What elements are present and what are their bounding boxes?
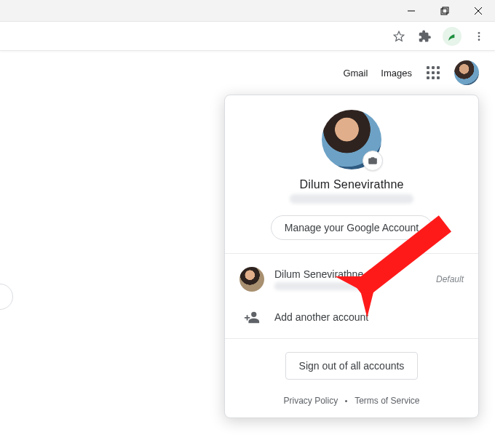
signout-all-button[interactable]: Sign out of all accounts: [285, 352, 419, 380]
browser-menu-button[interactable]: [470, 28, 488, 45]
privacy-link[interactable]: Privacy Policy: [283, 396, 338, 406]
close-button[interactable]: [462, 0, 495, 22]
close-icon: [474, 7, 483, 15]
camera-icon: [368, 156, 378, 166]
bookmark-button[interactable]: [390, 28, 408, 45]
change-photo-button[interactable]: [363, 151, 383, 171]
account-name: Dilum Senevirathne: [299, 178, 403, 191]
terms-link[interactable]: Terms of Service: [355, 396, 419, 406]
account-avatar-button[interactable]: [454, 60, 479, 85]
separator-dot: [345, 400, 347, 402]
maximize-button[interactable]: [428, 0, 462, 22]
svg-rect-2: [443, 7, 448, 13]
person-add-icon: [239, 309, 264, 325]
page-header: Gmail Images: [0, 51, 495, 95]
account-email-blurred: [290, 194, 413, 204]
apps-button[interactable]: [425, 65, 441, 81]
avatar: [239, 267, 264, 292]
account-popup-header: Dilum Senevirathne Manage your Google Ac…: [225, 95, 478, 254]
manage-account-button[interactable]: Manage your Google Account: [271, 215, 432, 240]
edge-nav-hint: [0, 284, 13, 310]
add-account-button[interactable]: Add another account: [225, 300, 478, 334]
svg-point-6: [478, 35, 480, 37]
account-popup-bottom: Sign out of all accounts Privacy Policy …: [225, 339, 478, 406]
browser-profile-button[interactable]: [443, 27, 462, 46]
account-row-name: Dilum Senevirathne: [274, 268, 426, 280]
minimize-icon: [407, 7, 416, 15]
account-row[interactable]: Dilum Senevirathne Default: [225, 258, 478, 300]
images-link[interactable]: Images: [381, 68, 412, 79]
account-row-text: Dilum Senevirathne: [274, 268, 426, 290]
kebab-icon: [473, 31, 485, 42]
minimize-button[interactable]: [395, 0, 428, 22]
account-popup: Dilum Senevirathne Manage your Google Ac…: [224, 95, 479, 418]
svg-point-7: [478, 39, 480, 41]
account-popup-footer: Privacy Policy Terms of Service: [283, 396, 419, 406]
add-account-label: Add another account: [274, 311, 464, 323]
account-row-email-blurred: [274, 282, 376, 290]
avatar-wrap: [322, 110, 381, 169]
browser-toolbar: [0, 22, 495, 51]
star-icon: [392, 30, 405, 43]
account-list: Dilum Senevirathne Default Add another a…: [225, 254, 478, 339]
puzzle-icon: [419, 30, 432, 43]
svg-rect-1: [441, 9, 447, 15]
svg-point-5: [478, 32, 480, 34]
maximize-icon: [440, 7, 449, 15]
leaf-icon: [446, 31, 458, 42]
extensions-button[interactable]: [416, 28, 434, 45]
default-badge: Default: [436, 274, 464, 284]
gmail-link[interactable]: Gmail: [343, 68, 368, 79]
window-titlebar: [0, 0, 495, 22]
